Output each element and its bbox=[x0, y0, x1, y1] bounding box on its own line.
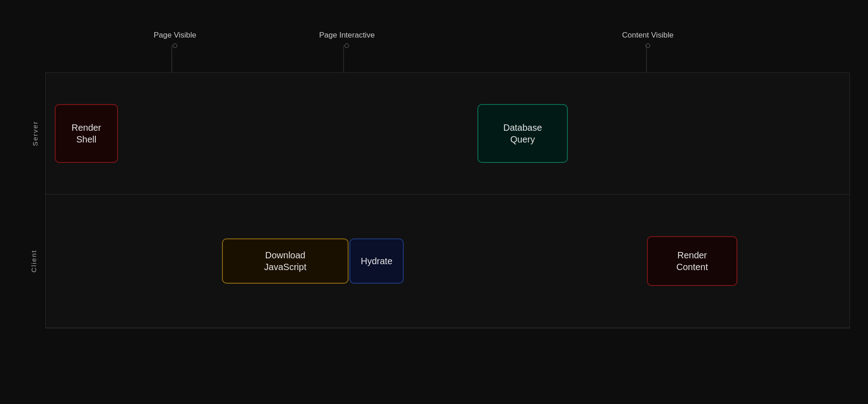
download-js-box: Download JavaScript bbox=[222, 238, 349, 284]
server-lane-label: Server bbox=[31, 121, 39, 146]
render-content-line1: Render bbox=[676, 249, 708, 261]
download-js-line1: Download bbox=[264, 249, 306, 261]
render-shell-box: Render Shell bbox=[55, 104, 118, 163]
marker-content-visible-dot bbox=[646, 43, 650, 48]
marker-page-visible-label: Page Visible bbox=[154, 31, 196, 40]
render-content-box: Render Content bbox=[647, 236, 737, 286]
marker-page-visible-dot bbox=[173, 43, 177, 48]
marker-content-visible: Content Visible bbox=[622, 31, 674, 48]
diagram-container: Page Visible Page Interactive Content Vi… bbox=[0, 0, 868, 404]
hydrate-label: Hydrate bbox=[361, 255, 392, 267]
render-shell-line2: Shell bbox=[71, 133, 101, 145]
marker-content-visible-label: Content Visible bbox=[622, 31, 674, 40]
client-lane: Client Download JavaScript Hydrate Rende… bbox=[45, 195, 850, 328]
database-query-line1: Database bbox=[503, 122, 542, 133]
download-js-line2: JavaScript bbox=[264, 261, 306, 273]
client-lane-label: Client bbox=[30, 250, 38, 272]
marker-page-interactive-dot bbox=[344, 43, 349, 48]
marker-page-interactive-label: Page Interactive bbox=[319, 31, 375, 40]
server-lane: Server Render Shell Database Query bbox=[45, 72, 850, 195]
database-query-box: Database Query bbox=[477, 104, 568, 163]
marker-page-interactive: Page Interactive bbox=[319, 31, 375, 48]
render-content-line2: Content bbox=[676, 261, 708, 273]
hydrate-box: Hydrate bbox=[349, 238, 404, 284]
database-query-line2: Query bbox=[503, 133, 542, 145]
render-shell-line1: Render bbox=[71, 122, 101, 133]
marker-page-visible: Page Visible bbox=[154, 31, 196, 48]
